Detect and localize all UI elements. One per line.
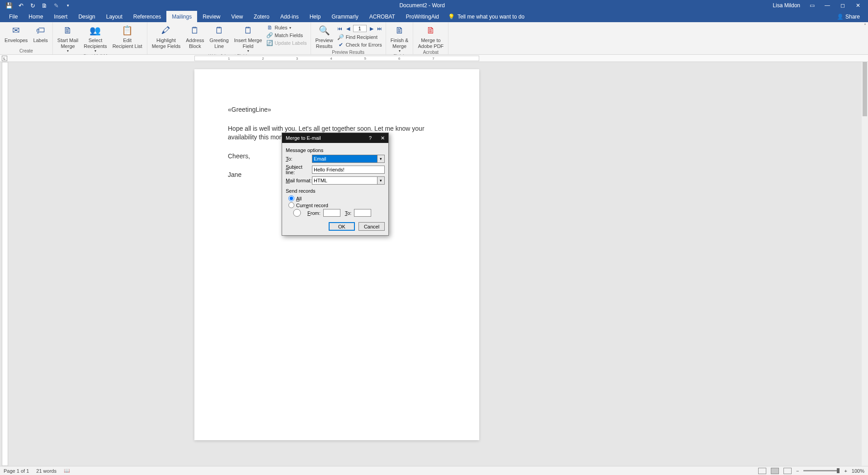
to-combobox[interactable]: Email ▾	[312, 155, 385, 163]
tab-references[interactable]: References	[128, 11, 166, 22]
read-mode-icon[interactable]	[758, 468, 766, 474]
radio-from-label[interactable]: From:	[307, 210, 321, 216]
mail-format-combobox[interactable]: HTML ▾	[312, 176, 385, 185]
tab-mailings[interactable]: Mailings	[166, 11, 197, 22]
vertical-scrollbar[interactable]	[862, 62, 868, 466]
next-record-icon[interactable]: ▶	[368, 25, 375, 32]
close-icon[interactable]: ✕	[854, 2, 862, 9]
envelopes-button[interactable]: ✉Envelopes	[2, 23, 30, 44]
tab-file[interactable]: File	[4, 11, 23, 22]
preview-results-button[interactable]: 🔍Preview Results	[313, 23, 336, 50]
tab-help[interactable]: Help	[304, 11, 326, 22]
qat-customize-icon[interactable]: ▾	[64, 2, 71, 9]
chevron-down-icon: ▾	[94, 49, 96, 53]
find-icon: 🔎	[338, 34, 344, 40]
tab-home[interactable]: Home	[23, 11, 48, 22]
mail-format-label: Mail format:	[286, 178, 312, 183]
cancel-button[interactable]: Cancel	[359, 222, 385, 231]
ok-button[interactable]: OK	[329, 222, 355, 231]
save-icon[interactable]: 💾	[5, 2, 13, 9]
undo-icon[interactable]: ↶	[17, 2, 24, 9]
chevron-down-icon[interactable]: ▾	[377, 177, 384, 184]
select-recipients-button[interactable]: 👥Select Recipients▾	[81, 23, 109, 54]
radio-all[interactable]	[288, 195, 294, 201]
edit-recipient-list-button[interactable]: 📋Edit Recipient List	[110, 23, 145, 50]
to-input[interactable]	[354, 209, 371, 217]
word-count[interactable]: 21 words	[36, 468, 57, 474]
group-label: Create	[0, 48, 52, 54]
ribbon: ✉Envelopes 🏷Labels Create 🗎Start Mail Me…	[0, 22, 868, 55]
zoom-slider[interactable]	[803, 470, 840, 471]
radio-current-label[interactable]: Current record	[296, 203, 328, 208]
chevron-down-icon: ▾	[67, 49, 69, 53]
tab-design[interactable]: Design	[73, 11, 100, 22]
group-preview-results: 🔍Preview Results ⏮ ◀ ▶ ⏭ 🔎Find Recipient…	[311, 22, 386, 54]
tab-insert[interactable]: Insert	[48, 11, 73, 22]
new-doc-icon[interactable]: 🗎	[41, 2, 48, 9]
merge-to-pdf-button[interactable]: 🗎Merge to Adobe PDF	[415, 23, 446, 50]
radio-from[interactable]	[288, 209, 306, 217]
envelope-icon: ✉	[10, 24, 23, 37]
chevron-down-icon: ▾	[289, 26, 291, 30]
last-record-icon[interactable]: ⏭	[377, 25, 383, 32]
subject-input[interactable]: Hello Friends!	[312, 166, 385, 174]
dialog-titlebar[interactable]: Merge to E-mail ? ✕	[282, 133, 388, 143]
web-layout-icon[interactable]	[783, 468, 792, 474]
group-start-mail-merge: 🗎Start Mail Merge▾ 👥Select Recipients▾ 📋…	[53, 22, 147, 54]
tell-me-search[interactable]: 💡 Tell me what you want to do	[448, 11, 524, 22]
finish-merge-button[interactable]: 🗎Finish & Merge▾	[388, 23, 411, 54]
tab-review[interactable]: Review	[197, 11, 226, 22]
tab-zotero[interactable]: Zotero	[248, 11, 275, 22]
ribbon-options-icon[interactable]: ▭	[808, 2, 816, 9]
record-number-input[interactable]	[353, 25, 367, 32]
touch-mode-icon[interactable]: ✎	[52, 2, 60, 9]
help-icon[interactable]: ?	[369, 135, 372, 141]
tab-layout[interactable]: Layout	[101, 11, 128, 22]
app-name: Word	[432, 2, 444, 9]
rules-button[interactable]: 🗎Rules▾	[265, 24, 309, 31]
tab-prowritingaid[interactable]: ProWritingAid	[401, 11, 444, 22]
chevron-down-icon[interactable]: ▾	[377, 155, 384, 162]
prev-record-icon[interactable]: ◀	[345, 25, 351, 32]
share-button[interactable]: 👤 Share	[837, 11, 868, 22]
minimize-icon[interactable]: —	[824, 2, 831, 9]
radio-all-label[interactable]: All	[296, 196, 302, 201]
zoom-out-icon[interactable]: −	[796, 468, 799, 474]
horizontal-ruler[interactable]: 1 2 3 4 5 6 7	[194, 56, 479, 61]
tab-grammarly[interactable]: Grammarly	[326, 11, 363, 22]
tab-addins[interactable]: Add-ins	[275, 11, 304, 22]
status-bar: Page 1 of 1 21 words 📖 − + 100%	[0, 466, 868, 475]
maximize-icon[interactable]: ◻	[839, 2, 846, 9]
tab-acrobat[interactable]: ACROBAT	[364, 11, 401, 22]
labels-button[interactable]: 🏷Labels	[30, 23, 50, 44]
start-mail-merge-button[interactable]: 🗎Start Mail Merge▾	[55, 23, 81, 54]
zoom-level[interactable]: 100%	[852, 468, 864, 474]
match-fields-button[interactable]: 🔗Match Fields	[265, 32, 309, 39]
first-record-icon[interactable]: ⏮	[337, 25, 343, 32]
document-page[interactable]: «GreetingLine» Hope all is well with you…	[194, 69, 479, 440]
redo-icon[interactable]: ↻	[29, 2, 36, 9]
user-name[interactable]: Lisa Mildon	[773, 2, 800, 9]
zoom-in-icon[interactable]: +	[844, 468, 847, 474]
mailmerge-icon: 🗎	[61, 24, 74, 37]
tab-view[interactable]: View	[226, 11, 249, 22]
scroll-thumb[interactable]	[863, 62, 867, 116]
from-input[interactable]	[323, 209, 340, 217]
vertical-ruler[interactable]	[2, 62, 8, 466]
address-block-button[interactable]: 🗒Address Block	[183, 23, 207, 50]
zoom-knob[interactable]	[837, 468, 840, 473]
print-layout-icon[interactable]	[771, 468, 779, 474]
check-errors-button[interactable]: ✔Check for Errors	[336, 41, 384, 48]
insert-merge-field-button[interactable]: 🗒Insert Merge Field▾	[231, 23, 265, 54]
collapse-ribbon-icon[interactable]: ˄	[862, 22, 868, 54]
tab-selector[interactable]: L	[2, 56, 7, 61]
radio-current[interactable]	[288, 202, 294, 208]
spellcheck-icon[interactable]: 📖	[64, 468, 70, 474]
page-indicator[interactable]: Page 1 of 1	[4, 468, 29, 474]
close-dialog-icon[interactable]: ✕	[381, 135, 385, 141]
dialog-body: Message options To: Email ▾ Subject line…	[282, 143, 388, 235]
find-recipient-button[interactable]: 🔎Find Recipient	[336, 33, 384, 41]
chevron-down-icon: ▾	[399, 49, 401, 53]
greeting-line-button[interactable]: 🗒Greeting Line	[207, 23, 231, 50]
highlight-merge-fields-button[interactable]: 🖍Highlight Merge Fields	[149, 23, 184, 50]
